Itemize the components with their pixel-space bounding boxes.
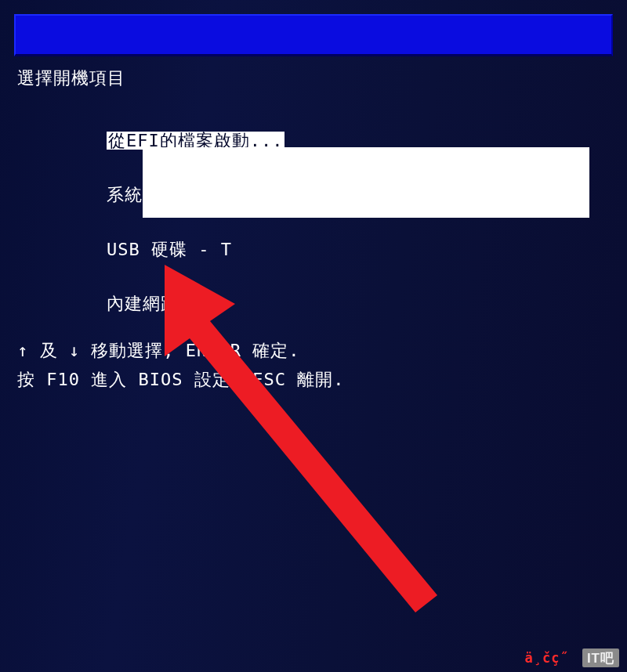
boot-item-label: 內建網路裝置 <box>107 294 215 313</box>
boot-menu-title: 選擇開機項目 <box>17 69 611 87</box>
header-bar <box>14 14 613 56</box>
boot-item-usb-hdd[interactable]: USB 硬碟 - T <box>17 222 611 276</box>
boot-menu-content: 選擇開機項目 從EFI的檔案啟動... 系統內建硬碟 USB 硬碟 - T 內建… <box>14 56 613 388</box>
boot-item-network[interactable]: 內建網路裝置 <box>17 276 611 331</box>
watermark: ä¸čç˝ IT吧 <box>524 649 619 667</box>
bios-screen: 選擇開機項目 從EFI的檔案啟動... 系統內建硬碟 USB 硬碟 - T 內建… <box>0 0 627 672</box>
hint-keys: 按 F10 進入 BIOS 設定, ESC 離開. <box>17 370 611 388</box>
watermark-prefix: ä¸čç˝ <box>524 650 568 666</box>
hint-nav-rest: 移動選擇, ENTER 確定. <box>91 341 299 360</box>
arrow-down-icon: ↓ <box>69 341 80 360</box>
arrow-up-icon: ↑ <box>17 341 28 360</box>
redaction-box <box>143 147 589 218</box>
boot-menu-list: 從EFI的檔案啟動... 系統內建硬碟 USB 硬碟 - T 內建網路裝置 <box>17 114 611 331</box>
hint-nav-text: 及 <box>40 341 69 360</box>
hint-navigation: ↑ 及 ↓ 移動選擇, ENTER 確定. <box>17 341 611 359</box>
watermark-badge: IT吧 <box>582 649 619 667</box>
boot-item-label: USB 硬碟 - T <box>107 240 232 259</box>
